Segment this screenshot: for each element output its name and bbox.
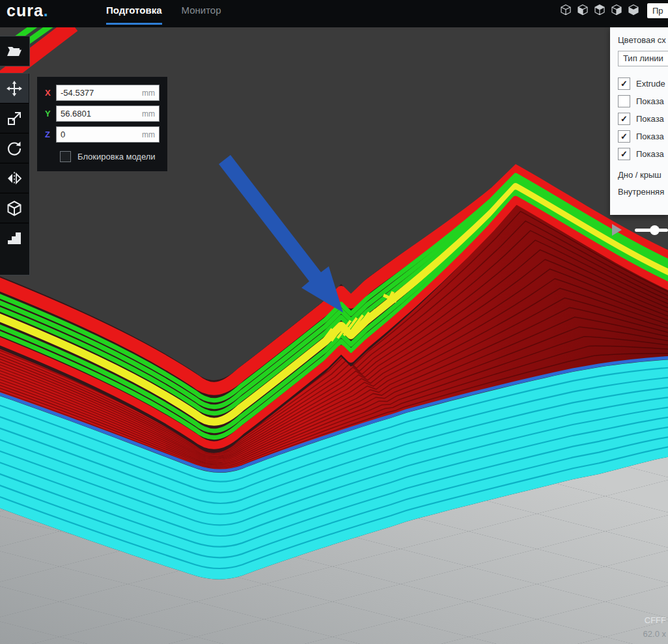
layer-view-panel: Цветовая сх Тип линии ✓ Extrude Показа ✓…: [610, 27, 668, 215]
view-mode-select[interactable]: Пр: [647, 3, 668, 18]
model-tool-group: [0, 73, 30, 275]
y-unit: mm: [142, 109, 155, 119]
view-3d-icon[interactable]: [560, 4, 572, 16]
tab-monitor[interactable]: Монитор: [172, 0, 231, 25]
camera-view-buttons: [560, 4, 639, 16]
tab-monitor-label: Монитор: [182, 5, 221, 16]
x-axis-label: X: [45, 88, 56, 98]
view-left-icon[interactable]: [611, 4, 622, 16]
logo-dot-icon: .: [44, 1, 49, 20]
x-value: -54.5377: [61, 88, 142, 98]
z-unit: mm: [142, 130, 155, 139]
move-icon: [6, 80, 23, 97]
lock-model-row: Блокировка модели: [45, 151, 160, 162]
y-input[interactable]: 56.6801 mm: [56, 105, 160, 122]
z-row: Z 0 mm: [45, 126, 160, 143]
scale-icon: [6, 110, 23, 127]
mirror-tool-button[interactable]: [0, 163, 29, 193]
show-shell-label: Показа: [636, 132, 664, 141]
active-tab-underline: [106, 23, 162, 25]
lock-model-checkbox[interactable]: [60, 151, 71, 162]
z-value: 0: [61, 130, 142, 139]
tab-prepare[interactable]: Подготовка: [96, 0, 172, 25]
x-unit: mm: [142, 89, 155, 98]
show-infill-row: ✓ Показа: [618, 145, 668, 163]
left-toolbar: [0, 36, 30, 282]
z-input[interactable]: 0 mm: [56, 126, 160, 143]
support-blocker-button[interactable]: [0, 223, 29, 253]
play-button[interactable]: [612, 224, 622, 236]
show-shell-row: ✓ Показа: [618, 128, 668, 145]
rotate-icon: [6, 140, 23, 157]
legend-skin-label: Дно / крыш: [618, 170, 668, 180]
model-dimensions: 62.0 x: [643, 629, 666, 639]
file-tool-group: [0, 36, 30, 66]
top-bar: cura. Подготовка Монитор Пр: [0, 0, 668, 27]
show-helpers-checkbox[interactable]: ✓: [618, 113, 630, 125]
line-type-select[interactable]: Тип линии: [618, 51, 668, 66]
y-value: 56.6801: [61, 109, 142, 119]
simulation-controls: [610, 223, 668, 236]
extruder-label: Extrude: [636, 79, 665, 89]
support-blocker-icon: [6, 230, 23, 247]
move-tool-button[interactable]: [0, 74, 29, 104]
cura-logo: cura.: [7, 1, 49, 20]
color-scheme-label: Цветовая сх: [618, 35, 668, 45]
extruder-row: ✓ Extrude: [618, 75, 668, 92]
x-input[interactable]: -54.5377 mm: [56, 85, 160, 101]
legend-inner-wall-label: Внутренняя: [618, 187, 668, 197]
view-front-icon[interactable]: [577, 4, 589, 16]
z-axis-label: Z: [45, 130, 56, 139]
tab-prepare-label: Подготовка: [106, 5, 162, 16]
inactive-tab-underline: [182, 23, 221, 25]
y-row: Y 56.6801 mm: [45, 105, 160, 122]
show-travels-label: Показа: [636, 96, 664, 106]
position-panel: X -54.5377 mm Y 56.6801 mm Z 0 mm Блокир…: [37, 77, 167, 171]
per-model-settings-button[interactable]: [0, 193, 29, 223]
open-folder-icon: [6, 43, 23, 60]
mirror-icon: [6, 170, 23, 187]
y-axis-label: Y: [45, 109, 56, 119]
model-name: CFFF: [645, 615, 666, 625]
show-travels-checkbox[interactable]: [618, 95, 630, 107]
view-right-icon[interactable]: [628, 4, 639, 16]
show-helpers-label: Показа: [636, 114, 664, 124]
show-infill-label: Показа: [636, 149, 664, 159]
scale-tool-button[interactable]: [0, 104, 29, 133]
show-infill-checkbox[interactable]: ✓: [618, 148, 630, 160]
stage-tabs: Подготовка Монитор: [96, 0, 231, 25]
open-file-button[interactable]: [0, 36, 29, 66]
rotate-tool-button[interactable]: [0, 133, 29, 163]
per-model-settings-icon: [6, 200, 23, 217]
extruder-checkbox[interactable]: ✓: [618, 77, 630, 90]
show-shell-checkbox[interactable]: ✓: [618, 130, 630, 143]
x-row: X -54.5377 mm: [45, 85, 160, 101]
path-slider-handle[interactable]: [650, 225, 660, 235]
view-top-icon[interactable]: [594, 4, 605, 16]
cura-window: cura. Подготовка Монитор Пр: [0, 0, 668, 644]
show-travels-row: Показа: [618, 92, 668, 110]
show-helpers-row: ✓ Показа: [618, 110, 668, 128]
lock-model-label: Блокировка модели: [77, 152, 156, 161]
